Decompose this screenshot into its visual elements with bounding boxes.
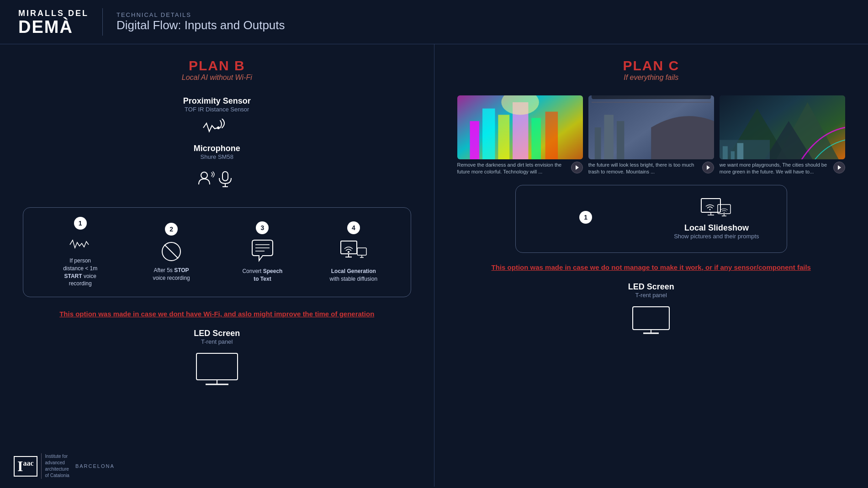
svg-point-13 <box>348 251 349 253</box>
step-1-text: If persondistance < 1mSTART voicerecordi… <box>63 257 97 288</box>
plan-c-note: This option was made in case we do not m… <box>492 262 811 273</box>
step-3-icon <box>250 239 275 264</box>
led-screen-label-c: LED Screen <box>628 282 674 292</box>
flow-step-4: 4 <box>308 221 399 283</box>
step-4-text: Local Generationwith stable diffusion <box>330 268 378 283</box>
svg-rect-27 <box>545 112 558 159</box>
header-divider <box>102 8 103 36</box>
svg-marker-29 <box>576 165 579 170</box>
caption-text-3: we want more playgrounds, The cities sho… <box>720 162 831 176</box>
svg-rect-22 <box>470 121 479 159</box>
flow-step-3: 3 Convert Speechto Text <box>217 221 308 283</box>
digital-flow-label: Digital Flow: Inputs and Outputs <box>116 18 285 32</box>
svg-rect-49 <box>737 143 743 159</box>
caption-row-1: Remove the darkness and dirt lets envisi… <box>457 162 583 176</box>
svg-marker-40 <box>707 165 710 170</box>
plan-c-subtitle: If everything fails <box>624 73 678 82</box>
microphone-label: Microphone <box>194 144 240 153</box>
svg-rect-23 <box>482 109 495 159</box>
slideshow-icon <box>700 196 732 221</box>
step-number-3: 3 <box>256 221 269 234</box>
slideshow-label: Local Slideshow <box>684 223 749 233</box>
led-sub-b: T-rent panel <box>201 338 233 345</box>
svg-rect-31 <box>594 127 601 159</box>
flow-box-plan-c: 1 <box>515 185 787 253</box>
image-1 <box>457 95 583 159</box>
svg-point-0 <box>217 126 220 129</box>
play-button-1[interactable] <box>571 162 583 173</box>
step-4-icon <box>340 239 367 264</box>
svg-rect-35 <box>592 95 711 99</box>
led-screen-icon-b <box>194 351 240 388</box>
plan-c-title: PLAN C <box>623 58 679 73</box>
svg-line-6 <box>164 245 178 258</box>
play-button-3[interactable] <box>833 162 845 173</box>
svg-rect-48 <box>731 151 735 159</box>
plan-b-note: This option was made in case we dont hav… <box>59 309 374 320</box>
iaac-description: Institute foradvancedarchitectureof Cata… <box>41 453 69 479</box>
proximity-icon <box>201 119 233 137</box>
svg-rect-26 <box>531 118 541 159</box>
barcelona-text: BARCELONA <box>75 463 115 469</box>
step-3-text: Convert Speechto Text <box>242 268 282 283</box>
main-content: PLAN B Local AI without Wi-Fi Proximity … <box>0 44 868 487</box>
svg-rect-14 <box>357 248 366 255</box>
svg-rect-2 <box>222 172 228 181</box>
step-number-1: 1 <box>74 217 87 230</box>
step-number-2: 2 <box>165 223 178 236</box>
logo-area: MIRALLS DEL DEMÀ <box>18 9 89 36</box>
iaac-sub-text: Institute foradvancedarchitectureof Cata… <box>45 453 69 479</box>
images-row: Remove the darkness and dirt lets envisi… <box>457 95 846 176</box>
svg-rect-32 <box>604 115 614 159</box>
header: MIRALLS DEL DEMÀ TECHNICAL DETAILS Digit… <box>0 0 868 44</box>
led-sub-c: T-rent panel <box>635 292 667 299</box>
logo-miralls: MIRALLS DEL <box>18 9 89 18</box>
svg-point-1 <box>201 172 207 178</box>
proximity-sensor-label: Proximity Sensor <box>183 96 251 106</box>
caption-row-3: we want more playgrounds, The cities sho… <box>720 162 845 176</box>
svg-rect-24 <box>498 115 509 159</box>
caption-text-2: the future will look less bright, there … <box>588 162 700 176</box>
step-number-c-1: 1 <box>579 211 592 224</box>
svg-marker-50 <box>838 165 841 170</box>
image-card-3: we want more playgrounds, The cities sho… <box>720 95 845 176</box>
plan-b-title: PLAN B <box>189 58 245 73</box>
image-2: Les Brightness FUTURE Mustang <box>588 95 714 159</box>
flow-step-2: 2 After 5s STOPvoice recording <box>126 223 217 282</box>
image-card-1: Remove the darkness and dirt lets envisi… <box>457 95 583 176</box>
slideshow-step: Local Slideshow Show pictures and their … <box>660 194 773 243</box>
image-card-2: Les Brightness FUTURE Mustang the future… <box>588 95 714 176</box>
caption-row-2: the future will look less bright, there … <box>588 162 714 176</box>
caption-text-1: Remove the darkness and dirt lets envisi… <box>457 162 569 176</box>
svg-point-52 <box>709 209 711 210</box>
play-button-2[interactable] <box>702 162 714 173</box>
step-2-icon <box>160 240 183 263</box>
microphone-sub: Shure SM58 <box>201 153 233 160</box>
led-screen-icon-c <box>630 304 672 336</box>
step-number-4: 4 <box>347 221 360 234</box>
flow-box-plan-b: 1 If persondistance < 1mSTART voicerecor… <box>23 207 411 297</box>
image-3 <box>720 95 845 159</box>
panel-plan-c: PLAN C If everything fails <box>434 44 868 487</box>
plan-b-subtitle: Local AI without Wi-Fi <box>182 73 252 82</box>
header-text: TECHNICAL DETAILS Digital Flow: Inputs a… <box>116 11 285 32</box>
panel-plan-b: PLAN B Local AI without Wi-Fi Proximity … <box>0 44 434 487</box>
bottom-logo: Iaac Institute foradvancedarchitectureof… <box>14 453 115 479</box>
flow-step-1: 1 If persondistance < 1mSTART voicerecor… <box>35 217 126 288</box>
proximity-sensor-sub: TOF IR Distance Sensor <box>185 106 249 113</box>
logo-dema: DEMÀ <box>18 18 89 36</box>
svg-rect-59 <box>633 307 669 330</box>
flow-step-c-1: 1 <box>529 211 642 226</box>
microphone-icon <box>194 166 240 194</box>
iaac-logo: Iaac <box>14 456 37 477</box>
svg-point-56 <box>724 212 725 213</box>
svg-rect-17 <box>196 353 238 380</box>
step-2-text: After 5s STOPvoice recording <box>153 267 190 282</box>
step-1-icon <box>69 234 92 253</box>
led-screen-label-b: LED Screen <box>194 329 240 338</box>
technical-details-label: TECHNICAL DETAILS <box>116 11 285 18</box>
slideshow-sub: Show pictures and their prompts <box>674 233 759 240</box>
svg-rect-33 <box>617 121 625 159</box>
svg-rect-47 <box>723 146 728 159</box>
